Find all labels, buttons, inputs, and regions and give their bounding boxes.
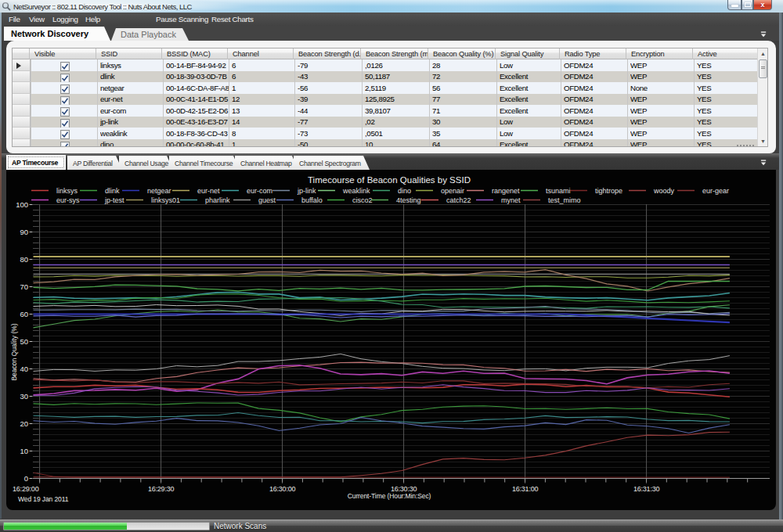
svg-text:Current-Time (Hour:Min:Sec): Current-Time (Hour:Min:Sec) [348,492,431,500]
svg-text:100: 100 [16,200,28,209]
svg-text:80: 80 [20,255,28,264]
svg-text:tightrope: tightrope [595,187,622,195]
svg-text:guest: guest [258,196,276,204]
svg-text:netgear: netgear [147,187,171,195]
svg-text:dino: dino [398,187,411,195]
svg-text:rangenet: rangenet [492,187,520,195]
svg-text:weaklink: weaklink [342,187,370,195]
svg-text:16:31:30: 16:31:30 [633,485,660,493]
svg-text:pharlink: pharlink [205,196,230,204]
svg-text:0: 0 [24,474,28,483]
svg-text:4testing: 4testing [396,196,421,204]
svg-text:60: 60 [20,310,28,318]
svg-text:mynet: mynet [501,196,521,204]
svg-text:40: 40 [20,365,28,373]
svg-text:tsunami: tsunami [546,187,571,195]
svg-text:eur-net: eur-net [197,187,220,195]
svg-text:test_mimo: test_mimo [548,196,581,204]
svg-text:16:31:00: 16:31:00 [512,485,539,493]
svg-text:eur-gear: eur-gear [702,187,729,195]
svg-text:linksys01: linksys01 [151,196,180,204]
svg-text:eur-com: eur-com [247,187,272,195]
svg-text:Timecourse of Beacon Qualities: Timecourse of Beacon Qualities by SSID [308,175,471,185]
svg-text:16:29:30: 16:29:30 [148,485,175,493]
svg-text:cisco2: cisco2 [352,196,373,204]
svg-text:catch22: catch22 [446,196,471,204]
svg-text:jp-test: jp-test [104,196,124,204]
svg-text:20: 20 [20,419,28,428]
svg-text:10: 10 [20,447,28,455]
svg-text:50: 50 [20,337,28,346]
svg-text:jp-link: jp-link [297,187,316,195]
svg-text:woody: woody [653,187,675,195]
svg-text:dlink: dlink [105,187,120,195]
svg-text:16:30:00: 16:30:00 [269,485,296,493]
svg-text:buffalo: buffalo [301,196,323,204]
svg-text:Beacon Quality (%): Beacon Quality (%) [10,323,18,380]
svg-text:70: 70 [20,282,28,291]
svg-text:16:29:00: 16:29:00 [13,485,39,493]
svg-text:30: 30 [20,392,28,401]
svg-text:90: 90 [20,228,28,236]
svg-text:openair: openair [441,187,464,195]
svg-text:linksys: linksys [56,187,78,195]
svg-text:Wed 19 Jan 2011: Wed 19 Jan 2011 [18,495,69,503]
svg-text:eur-sys: eur-sys [56,196,80,204]
